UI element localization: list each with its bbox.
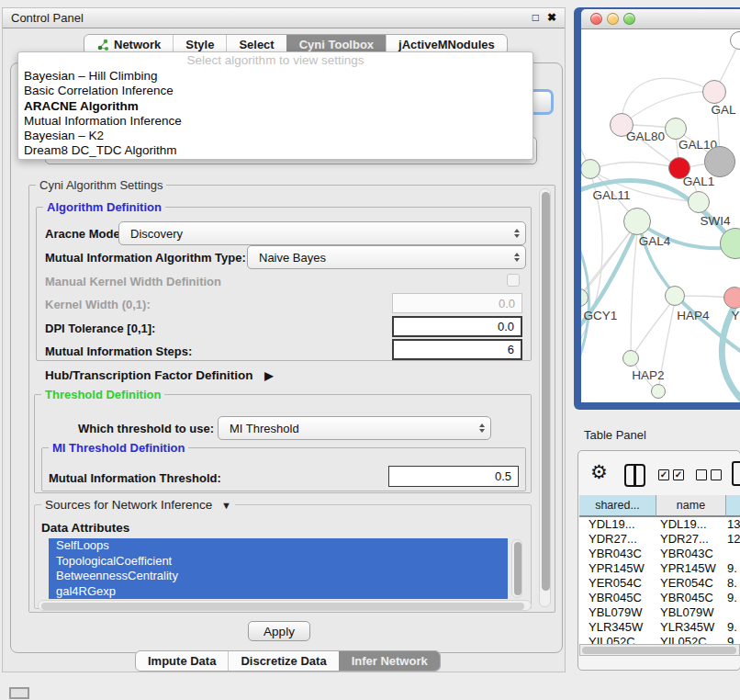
algorithm-option[interactable]: ARACNE Algorithm	[18, 99, 533, 114]
close-window-icon[interactable]: ✖	[547, 11, 556, 24]
deselect-all-checks-icon[interactable]	[696, 469, 722, 480]
table-body: YDL19...YDL19...13YDR27...YDR27...12YBR0…	[579, 517, 740, 644]
tab-discretize-data[interactable]: Discretize Data	[228, 651, 338, 671]
algorithm-option[interactable]: Mutual Information Inference	[18, 114, 533, 129]
table-header: shared... name	[579, 495, 740, 517]
table-row[interactable]: YPR145WYPR145W9.	[579, 561, 740, 576]
unchecked-box-icon	[711, 469, 722, 480]
manual-kernel-label: Manual Kernel Width Definition	[45, 275, 221, 288]
table-cell: 9.	[727, 620, 737, 635]
table-cell: YLR345W	[660, 620, 714, 635]
manual-kernel-checkbox[interactable]	[507, 274, 520, 287]
network-node-label: GAL1	[657, 175, 740, 188]
table-cell: YDL19...	[589, 517, 635, 532]
table-cell: YLR345W	[589, 620, 643, 635]
data-attribute-item[interactable]: TopologicalCoefficient	[49, 554, 508, 570]
settings-scrollbar-thumb[interactable]	[542, 192, 550, 591]
table-row[interactable]: YIL052CYIL052C9.	[579, 635, 740, 644]
tab-select-label: Select	[239, 38, 274, 51]
mi-threshold-field[interactable]: 0.5	[388, 466, 519, 487]
which-threshold-combo[interactable]: MI Threshold	[218, 416, 491, 440]
attributes-horizontal-scrollbar[interactable]	[38, 600, 532, 611]
table-row[interactable]: YBL079WYBL079W	[579, 605, 740, 620]
mac-minimize-button[interactable]	[607, 13, 619, 25]
screen: Control Panel □ ✖ Network Style S	[0, 0, 740, 700]
data-attribute-item[interactable]: SelfLoops	[49, 538, 508, 554]
table-cell: YDR27...	[660, 532, 709, 547]
column-header-name[interactable]: name	[656, 495, 726, 517]
kernel-width-field[interactable]: 0.0	[392, 293, 522, 313]
algorithm-popup-list: Bayesian – Hill ClimbingBasic Correlatio…	[18, 69, 533, 159]
tab-impute-data[interactable]: Impute Data	[136, 651, 228, 671]
algorithm-option[interactable]: Bayesian – Hill Climbing	[18, 69, 533, 84]
column-layout-icon[interactable]	[624, 464, 645, 487]
dpi-tolerance-field[interactable]: 0.0	[392, 316, 522, 337]
table-cell: YER054C	[589, 576, 642, 591]
mi-steps-field[interactable]: 6	[392, 339, 522, 360]
algorithm-popup-placeholder: Select algorithm to view settings	[18, 52, 533, 69]
select-all-checks-icon[interactable]: ✓ ✓	[658, 469, 684, 480]
network-node-y[interactable]	[723, 287, 740, 309]
table-cell: YBR043C	[660, 547, 713, 561]
gear-icon[interactable]: ⚙	[590, 462, 608, 481]
network-node-label: GAL4	[613, 234, 696, 248]
hub-definition-label: Hub/Transcription Factor Definition	[45, 368, 253, 382]
table-row[interactable]: YBR043CYBR043C	[579, 547, 740, 561]
column-header-shared-name[interactable]: shared...	[579, 495, 656, 517]
network-node-gal[interactable]	[702, 80, 726, 104]
table-cell: YER054C	[660, 576, 713, 591]
table-cell: YBL079W	[660, 605, 714, 620]
hub-definition-toggle[interactable]: Hub/Transcription Factor Definition ▶	[45, 368, 274, 382]
network-node-hap4[interactable]	[665, 286, 685, 306]
column-header-partial[interactable]	[726, 495, 740, 517]
table-row[interactable]: YER054CYER054C8.	[579, 576, 740, 591]
data-attribute-item[interactable]: gal4RGexp	[49, 584, 508, 600]
control-panel-titlebar[interactable]: Control Panel □ ✖	[3, 8, 565, 28]
minimized-panel-icon[interactable]	[9, 687, 29, 699]
table-row[interactable]: YBR045CYBR045C9.	[579, 591, 740, 605]
attributes-scrollbar-thumb[interactable]	[514, 542, 521, 595]
table-hscrollbar-thumb[interactable]	[582, 647, 736, 654]
dpi-tolerance-label: DPI Tolerance [0,1]:	[45, 322, 155, 335]
float-window-icon[interactable]: □	[533, 11, 539, 24]
algorithm-option[interactable]: Dream8 DC_TDC Algorithm	[18, 143, 533, 158]
network-canvas[interactable]: GALGAL80GAL10GAL1SWI4GAL11GAL4GCY1HAP4YH…	[581, 29, 740, 402]
mac-close-button[interactable]	[590, 13, 602, 25]
network-node-hap2[interactable]	[622, 350, 639, 367]
mi-type-combo[interactable]: Naive Bayes	[247, 245, 526, 269]
network-node[interactable]	[651, 384, 666, 399]
settings-vertical-scrollbar[interactable]	[539, 188, 551, 607]
document-icon[interactable]	[732, 461, 740, 486]
mac-zoom-button[interactable]	[623, 13, 635, 25]
attributes-hscrollbar-thumb[interactable]	[41, 603, 524, 610]
table-cell: YDR27...	[589, 532, 637, 547]
mi-steps-label: Mutual Information Steps:	[45, 344, 192, 358]
table-horizontal-scrollbar[interactable]	[579, 644, 740, 656]
network-node-gal4[interactable]	[623, 208, 651, 235]
table-panel: ⚙ ✓ ✓ shared... name YDL19...YDL19...13Y…	[577, 450, 740, 671]
combo-spinner-icon	[514, 253, 520, 262]
data-attribute-item[interactable]: BetweennessCentrality	[49, 569, 508, 584]
table-cell: 12	[727, 532, 740, 547]
table-row[interactable]: YDR27...YDR27...12	[579, 532, 740, 547]
network-node[interactable]	[688, 191, 710, 213]
tab-infer-network[interactable]: Infer Network	[339, 651, 440, 671]
network-node-gal11[interactable]	[581, 159, 600, 179]
table-row[interactable]: YDL19...YDL19...13	[579, 517, 740, 532]
apply-button[interactable]: Apply	[248, 621, 310, 641]
network-window-titlebar[interactable]	[581, 9, 740, 29]
mi-steps-value: 6	[508, 343, 514, 356]
sources-toggle[interactable]: Sources for Network Inference ▼	[41, 498, 235, 512]
network-node[interactable]	[704, 146, 735, 177]
attributes-vertical-scrollbar[interactable]	[511, 539, 522, 598]
network-node-gal10[interactable]	[665, 118, 687, 140]
aracne-mode-combo[interactable]: Discovery	[118, 221, 526, 245]
table-row[interactable]: YLR345WYLR345W9.	[579, 620, 740, 635]
algorithm-dropdown-popup: Select algorithm to view settings Bayesi…	[17, 51, 533, 160]
chevron-down-icon: ▼	[221, 500, 231, 511]
data-attributes-list[interactable]: SelfLoopsTopologicalCoefficientBetweenne…	[49, 538, 508, 599]
network-node-label: Y	[694, 309, 740, 322]
algorithm-option[interactable]: Bayesian – K2	[18, 129, 533, 143]
mi-threshold-value: 0.5	[495, 469, 511, 483]
algorithm-option[interactable]: Basic Correlation Inference	[18, 84, 533, 98]
